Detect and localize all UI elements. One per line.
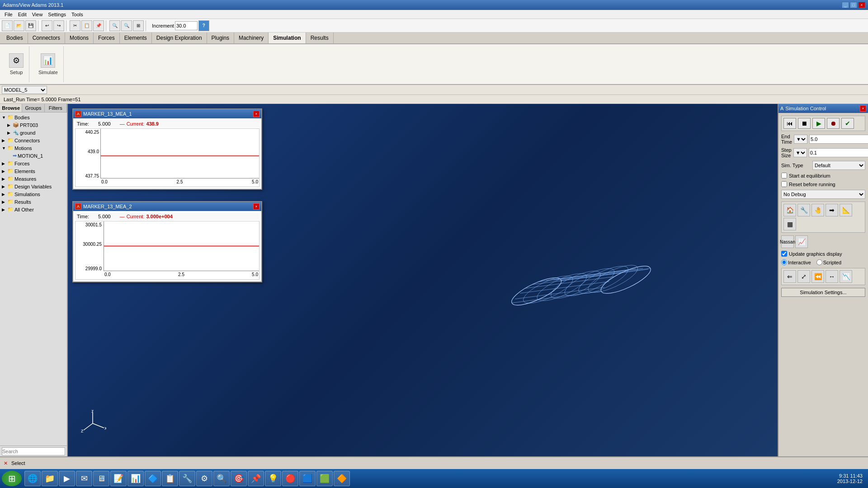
tree-prt003[interactable]: ▶ 📦 PRT003 (6, 121, 66, 129)
sim-settings-button[interactable]: Simulation Settings... (781, 288, 865, 297)
sim-btn-a[interactable]: ⇐ (783, 270, 796, 283)
tab-design-exploration[interactable]: Design Exploration (152, 33, 207, 43)
app7-button[interactable]: ⚙ (196, 471, 212, 486)
tab-machinery[interactable]: Machinery (234, 33, 269, 43)
media-button[interactable]: ▶ (59, 471, 75, 486)
minimize-button[interactable]: _ (842, 2, 849, 8)
tab-motions[interactable]: Motions (65, 33, 94, 43)
app3-button[interactable]: 📊 (127, 471, 144, 486)
maximize-button[interactable]: □ (850, 2, 857, 8)
tree-bodies[interactable]: ▼ 📁 Bodies (1, 113, 66, 121)
sim-arrow-button[interactable]: ➡ (826, 204, 838, 216)
tree-all-other[interactable]: ▶ 📁 All Other (1, 206, 66, 213)
sim-grid-button[interactable]: ▦ (783, 218, 796, 230)
lp-tab-filters[interactable]: Filters (45, 104, 67, 112)
chart-close-2[interactable]: × (253, 203, 259, 210)
app14-button[interactable]: 🟩 (316, 471, 333, 486)
sim-btn-c[interactable]: ⏪ (811, 270, 824, 283)
app15-button[interactable]: 🔶 (334, 471, 350, 486)
play-button[interactable]: ▶ (812, 118, 825, 129)
sim-type-select[interactable]: Default Kinematic Dynamic (812, 161, 865, 170)
increment-input[interactable] (175, 21, 198, 30)
close-button[interactable]: × (858, 2, 865, 8)
menu-view[interactable]: View (29, 11, 46, 18)
zoom-out-button[interactable]: 🔍 (121, 20, 132, 31)
debug-select[interactable]: No Debug Debug (781, 190, 865, 199)
tab-forces[interactable]: Forces (94, 33, 120, 43)
setup-icon[interactable]: ⚙ (9, 53, 24, 68)
menu-edit[interactable]: Edit (15, 11, 29, 18)
lp-tab-groups[interactable]: Groups (22, 104, 44, 112)
cut-button[interactable]: ✂ (70, 20, 80, 31)
save-button[interactable]: 💾 (25, 20, 36, 31)
tab-elements[interactable]: Elements (120, 33, 152, 43)
lp-tab-browse[interactable]: Browse (0, 104, 22, 112)
app13-button[interactable]: 🟦 (299, 471, 316, 486)
model-select[interactable]: MODEL_5 MODEL_4 MODEL_3 (2, 86, 47, 94)
sim-hand-button[interactable]: 🤚 (811, 204, 824, 216)
app1-button[interactable]: 🖥 (93, 471, 109, 486)
app4-button[interactable]: 🔷 (145, 471, 161, 486)
email-button[interactable]: ✉ (76, 471, 92, 486)
record-button[interactable]: ⏺ (827, 118, 840, 129)
zoom-in-button[interactable]: 🔍 (109, 20, 120, 31)
menu-file[interactable]: File (2, 11, 15, 18)
tree-simulations[interactable]: ▶ 📁 Simulations (1, 190, 66, 198)
end-time-input[interactable] (809, 135, 868, 144)
app12-button[interactable]: 🔴 (282, 471, 298, 486)
app11-button[interactable]: 💡 (265, 471, 281, 486)
tree-results[interactable]: ▶ 📁 Results (1, 198, 66, 206)
sim-close-button[interactable]: × (860, 105, 866, 112)
tree-forces[interactable]: ▶ 📁 Forces (1, 160, 66, 167)
tree-motion1[interactable]: ➡ MOTION_1 (6, 152, 66, 160)
app10-button[interactable]: 📌 (248, 471, 264, 486)
sim-btn-e[interactable]: 📉 (840, 270, 852, 283)
nassan-icon[interactable]: Nassan (781, 235, 794, 248)
stop-button[interactable]: ⏹ (798, 118, 811, 129)
app2-button[interactable]: 📝 (110, 471, 127, 486)
sim-chart-button[interactable]: 📈 (795, 235, 808, 248)
explorer-button[interactable]: 📁 (42, 471, 58, 486)
redo-button[interactable]: ↪ (53, 20, 64, 31)
tab-plugins[interactable]: Plugins (207, 33, 234, 43)
check-reset[interactable] (781, 181, 787, 187)
tab-bodies[interactable]: Bodies (2, 33, 28, 43)
tree-measures[interactable]: ▶ 📁 Measures (1, 175, 66, 183)
app6-button[interactable]: 🔧 (179, 471, 195, 486)
step-size-input[interactable] (809, 148, 868, 157)
check-button[interactable]: ✔ (841, 118, 854, 129)
update-graphics-check[interactable] (781, 251, 787, 257)
sim-tool-button[interactable]: 🔧 (797, 204, 810, 216)
tab-connectors[interactable]: Connectors (28, 33, 65, 43)
tree-design-variables[interactable]: ▶ 📁 Design Variables (1, 183, 66, 190)
tree-connectors[interactable]: ▶ 📁 Connectors (1, 136, 66, 144)
copy-button[interactable]: 📋 (81, 20, 92, 31)
sim-measure-button[interactable]: 📐 (840, 204, 852, 216)
help-button[interactable]: ? (198, 20, 209, 31)
simulate-icon[interactable]: 📊 (41, 53, 55, 68)
new-button[interactable]: 📄 (2, 20, 13, 31)
interactive-radio[interactable] (781, 259, 787, 265)
tree-elements[interactable]: ▶ 📁 Elements (1, 167, 66, 175)
viewport[interactable]: A MARKER_13_MEA_1 × Time: 5.000 — Curren… (68, 104, 778, 456)
menu-tools[interactable]: Tools (69, 11, 86, 18)
chart-close-1[interactable]: × (253, 111, 259, 117)
undo-button[interactable]: ↩ (42, 20, 52, 31)
rewind-button[interactable]: ⏮ (783, 118, 796, 129)
check-equilibrium[interactable] (781, 173, 787, 178)
sim-home-button[interactable]: 🏠 (783, 204, 796, 216)
scripted-radio[interactable] (816, 259, 822, 265)
step-size-dropdown[interactable]: ▼ (793, 148, 807, 157)
tree-motions[interactable]: ▼ 📁 Motions (1, 144, 66, 152)
fit-button[interactable]: ⊞ (133, 20, 144, 31)
app9-button[interactable]: 🎯 (231, 471, 247, 486)
start-button[interactable]: ⊞ (2, 471, 22, 486)
open-button[interactable]: 📂 (14, 20, 24, 31)
tab-simulation[interactable]: Simulation (269, 33, 306, 43)
sim-btn-b[interactable]: ⤢ (797, 270, 810, 283)
end-time-dropdown[interactable]: ▼ (794, 135, 807, 144)
search-input[interactable] (2, 447, 65, 455)
tree-ground[interactable]: ▶ 🔩 ground (6, 129, 66, 136)
ie-button[interactable]: 🌐 (24, 471, 41, 486)
tab-results[interactable]: Results (306, 33, 334, 43)
